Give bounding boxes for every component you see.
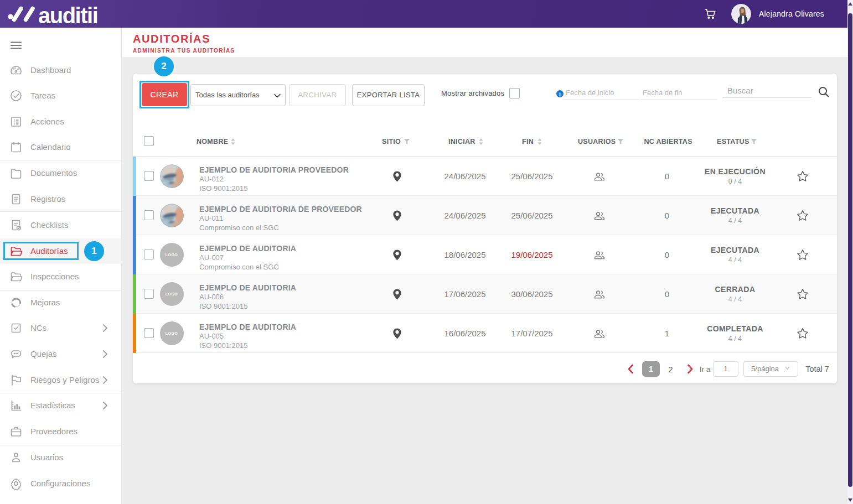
svg-text:auditii: auditii: [38, 3, 97, 27]
